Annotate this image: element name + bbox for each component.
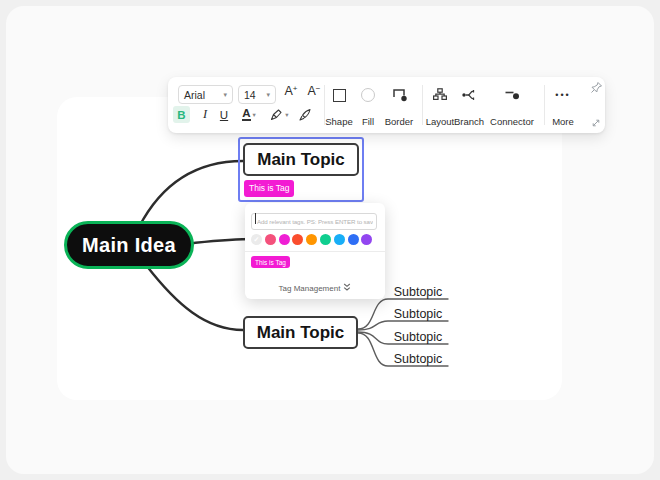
branch-label: Branch <box>454 116 484 127</box>
top-topic-label: Main Topic <box>257 150 345 170</box>
highlight-pen-button[interactable]: ▾ <box>265 106 293 123</box>
fill-label: Fill <box>362 116 374 127</box>
connector-label: Connector <box>490 116 534 127</box>
border-label: Border <box>385 116 414 127</box>
format-toolbar: Arial ▾ 14 ▾ A+ A− B I U A ▾ ▾ Shape Fil… <box>168 77 605 133</box>
more-button[interactable]: ••• More <box>545 85 581 127</box>
color-swatch-red[interactable] <box>292 234 303 245</box>
color-swatch-magenta[interactable] <box>279 234 290 245</box>
pin-toolbar-button[interactable] <box>590 80 603 93</box>
chevron-down-icon: ▾ <box>285 111 288 119</box>
root-node-label: Main Idea <box>82 234 176 257</box>
ellipsis-icon: ••• <box>555 90 570 100</box>
minus-sign: − <box>316 84 321 94</box>
color-swatch-none[interactable]: ✓ <box>251 234 262 245</box>
subtopic-node-2[interactable]: Subtopic <box>389 307 447 321</box>
root-node[interactable]: Main Idea <box>64 221 194 269</box>
border-icon <box>391 87 407 103</box>
node-tag-label: This is Tag <box>249 183 289 193</box>
border-button[interactable]: Border <box>379 85 419 127</box>
tag-chip-label: This is Tag <box>255 259 286 266</box>
pen-icon <box>269 108 283 122</box>
tag-input[interactable] <box>251 213 377 230</box>
font-family-select[interactable]: Arial ▾ <box>178 85 233 104</box>
bottom-topic-node[interactable]: Main Topic <box>243 316 358 349</box>
fill-icon <box>361 88 375 102</box>
more-label: More <box>552 116 574 127</box>
layout-icon <box>432 87 448 103</box>
color-swatch-cyan[interactable] <box>334 234 345 245</box>
color-swatch-orange[interactable] <box>306 234 317 245</box>
check-icon: ✓ <box>254 236 260 244</box>
font-size-value: 14 <box>244 89 256 101</box>
tag-popup: ✓ This is Tag Tag Management <box>245 203 385 299</box>
format-painter-button[interactable] <box>296 106 314 123</box>
bold-button[interactable]: B <box>173 106 190 123</box>
tag-color-swatches: ✓ <box>251 234 379 245</box>
brush-icon <box>298 108 312 122</box>
double-chevron-down-icon <box>343 283 351 292</box>
app-screenshot: { "toolbar": { "font_family": "Arial", "… <box>0 0 660 480</box>
branch-icon <box>461 87 477 103</box>
shape-label: Shape <box>325 116 352 127</box>
top-topic-node[interactable]: Main Topic <box>243 143 359 176</box>
branch-button[interactable]: Branch <box>451 85 487 127</box>
popup-divider <box>245 251 385 252</box>
tag-management-label: Tag Management <box>279 284 341 293</box>
color-swatch-pink[interactable] <box>265 234 276 245</box>
underline-button[interactable]: U <box>216 106 232 123</box>
text-caret <box>255 213 256 224</box>
font-color-button[interactable]: A ▾ <box>236 106 262 123</box>
chevron-down-icon: ▾ <box>253 111 256 119</box>
node-tag[interactable]: This is Tag <box>244 180 294 197</box>
tag-input-wrap <box>251 210 377 227</box>
italic-button[interactable]: I <box>197 106 213 123</box>
collapse-icon <box>590 117 602 129</box>
chevron-down-icon: ▾ <box>266 91 270 99</box>
increase-font-button[interactable]: A+ <box>280 84 302 104</box>
subtopic-node-1[interactable]: Subtopic <box>389 285 447 299</box>
font-size-select[interactable]: 14 ▾ <box>238 85 276 104</box>
tag-management-link[interactable]: Tag Management <box>245 283 385 293</box>
plus-sign: + <box>293 84 298 94</box>
tag-chip[interactable]: This is Tag <box>251 256 290 268</box>
decrease-font-label: A <box>307 84 315 98</box>
increase-font-label: A <box>284 84 292 98</box>
color-swatch-purple[interactable] <box>361 234 372 245</box>
color-swatch-green[interactable] <box>320 234 331 245</box>
pin-icon <box>590 81 603 94</box>
connector-icon <box>504 87 520 103</box>
connector-button[interactable]: Connector <box>488 85 536 127</box>
layout-label: Layout <box>426 116 455 127</box>
chevron-down-icon: ▾ <box>223 91 227 99</box>
shape-icon <box>333 89 346 102</box>
bottom-topic-label: Main Topic <box>257 323 345 343</box>
subtopic-node-4[interactable]: Subtopic <box>389 352 447 366</box>
subtopic-node-3[interactable]: Subtopic <box>389 330 447 344</box>
font-family-value: Arial <box>184 89 205 101</box>
color-swatch-blue[interactable] <box>348 234 359 245</box>
font-color-label: A <box>242 108 250 121</box>
collapse-toolbar-button[interactable] <box>590 115 602 127</box>
